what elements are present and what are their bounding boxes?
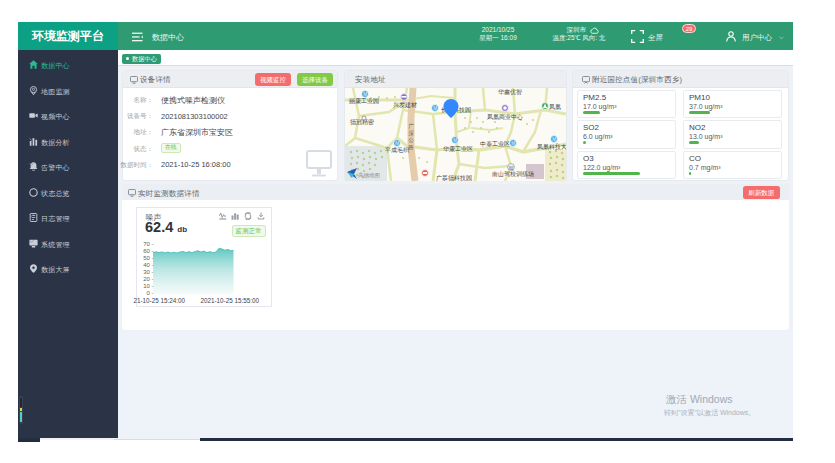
- svg-text:M: M: [363, 92, 367, 97]
- svg-text:高德地图: 高德地图: [358, 172, 380, 179]
- svg-text:丽康工业园: 丽康工业园: [349, 97, 379, 105]
- svg-text:兴发建材: 兴发建材: [393, 101, 417, 109]
- svg-text:华鑫优智: 华鑫优智: [498, 89, 522, 96]
- svg-text:公: 公: [408, 137, 414, 143]
- svg-text:驾: 驾: [509, 164, 514, 170]
- svg-text:凤凰科技大: 凤凰科技大: [537, 143, 566, 150]
- svg-text:M: M: [453, 138, 457, 143]
- svg-text:路: 路: [408, 144, 414, 150]
- svg-text:M: M: [433, 106, 437, 111]
- svg-text:广: 广: [408, 123, 414, 129]
- svg-text:南山驾校训练场: 南山驾校训练场: [492, 170, 534, 178]
- svg-text:凤凰商业中心: 凤凰商业中心: [487, 113, 523, 120]
- svg-text:M: M: [395, 141, 399, 146]
- svg-text:华康工业区: 华康工业区: [443, 145, 473, 153]
- svg-text:M: M: [552, 137, 556, 142]
- svg-text:中泰工业区: 中泰工业区: [480, 140, 510, 148]
- svg-text:M: M: [511, 141, 515, 146]
- svg-text:广慕德科技园: 广慕德科技园: [436, 175, 472, 181]
- svg-text:凤凰: 凤凰: [549, 104, 561, 110]
- svg-text:深: 深: [408, 130, 414, 137]
- svg-text:平成毛织: 平成毛织: [385, 146, 410, 153]
